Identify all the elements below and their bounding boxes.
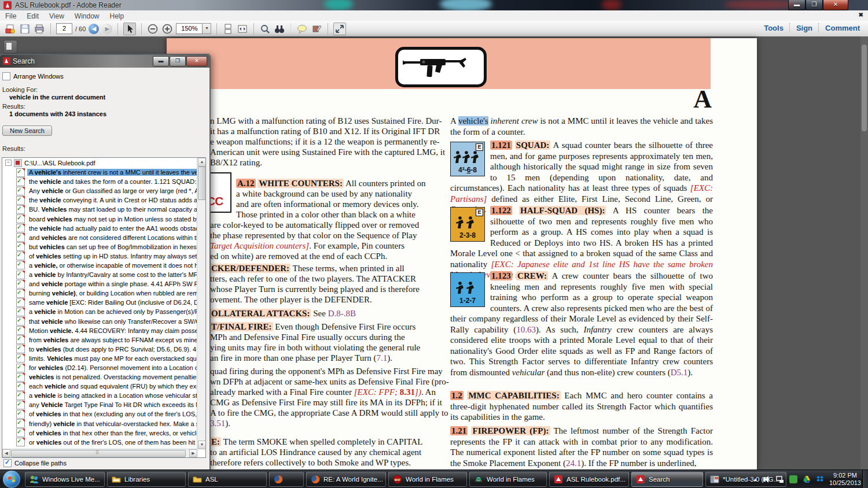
search-result-item[interactable]: board vehicles may not set up in Motion … <box>2 214 197 223</box>
search-result-item[interactable]: Any vehicle or Gun classified as large o… <box>2 186 197 195</box>
start-button[interactable] <box>3 471 20 488</box>
result-page-check-icon <box>16 298 25 307</box>
menu-window[interactable]: Window <box>69 11 105 21</box>
search-result-item[interactable]: vehicles is not penalized. Overstacking … <box>2 372 197 382</box>
menu-view[interactable]: View <box>44 11 69 21</box>
zoom-level-input[interactable]: 150% <box>176 23 203 34</box>
evernote-icon[interactable] <box>789 475 797 483</box>
search-close-button[interactable]: ✕ <box>186 56 207 66</box>
results-file-node[interactable]: − C:\U...\ASL Rulebook.pdf <box>2 158 197 168</box>
search-result-item[interactable]: Motion vehicle. 4.44 RECOVERY: Infantry … <box>2 326 197 335</box>
search-result-item[interactable]: from vehicles are always subject to FFNA… <box>2 335 197 345</box>
tray-expand-icon[interactable]: ▲ <box>753 477 757 482</box>
search-result-item[interactable]: that vehicle who likewise can only Trans… <box>2 317 197 326</box>
print-icon[interactable] <box>34 23 45 35</box>
results-horizontal-scrollbar[interactable]: ◀ ▶ <box>2 449 197 457</box>
search-result-item[interactable]: friendly) vehicle in that vehicular-over… <box>2 419 197 428</box>
results-hscroll-thumb[interactable] <box>11 450 186 457</box>
search-minimize-button[interactable]: ▬ <box>153 56 169 66</box>
search-result-item[interactable]: a vehicle, or otherwise incapable of mov… <box>2 261 197 270</box>
results-vertical-scrollbar[interactable]: ▲ ▼ <box>197 158 205 449</box>
zoom-dropdown-icon[interactable]: ▼ <box>203 23 211 34</box>
taskbar-button-world-in-flames[interactable]: World in Flames <box>469 472 547 487</box>
scroll-up-icon[interactable]: ▲ <box>198 158 206 167</box>
taskbar-button-search[interactable]: Search <box>631 472 703 487</box>
taskbar-button-firefox-icon[interactable] <box>269 472 304 487</box>
new-search-button[interactable]: New Search <box>2 125 52 136</box>
network-icon[interactable] <box>776 475 784 483</box>
page-number-input[interactable]: 2 <box>56 23 72 34</box>
zoom-out-icon[interactable] <box>147 23 159 35</box>
menu-file[interactable]: File <box>0 11 21 21</box>
tools-button[interactable]: Tools <box>764 24 784 32</box>
collapse-expander-icon[interactable]: − <box>5 160 12 166</box>
restore-button[interactable]: ❐ <box>806 0 823 10</box>
menu-help[interactable]: Help <box>105 11 130 21</box>
binoculars-icon[interactable] <box>274 23 285 35</box>
arrange-windows-checkbox[interactable] <box>2 72 10 80</box>
zoom-in-icon[interactable] <box>161 23 173 35</box>
search-result-item[interactable]: and vehicles are not considered differen… <box>2 233 197 242</box>
scroll-right-icon[interactable]: ▶ <box>189 449 197 457</box>
search-result-item[interactable]: a vehicle is being attacked in a Locatio… <box>2 391 197 400</box>
search-result-item[interactable]: but vehicles can set up free of Bog/Immo… <box>2 242 197 252</box>
search-result-item[interactable]: of vehicles in that hex (excluding any o… <box>2 409 197 419</box>
taskbar-button-asl-rulebook-pdf[interactable]: ASL Rulebook.pdf... <box>549 472 629 487</box>
search-result-item[interactable]: each vehicle and squad equivalent (FRU) … <box>2 382 197 391</box>
search-result-item[interactable]: of vehicles setting up in HD status. Inf… <box>2 252 197 261</box>
comment-bubble-icon[interactable] <box>296 23 308 35</box>
fullscreen-icon[interactable] <box>333 23 346 35</box>
scroll-down-icon[interactable]: ▼ <box>198 441 206 449</box>
taskbar-button-libraries[interactable]: Libraries <box>107 472 186 487</box>
search-result-item[interactable]: A vehicle's inherent crew is not a MMC u… <box>2 168 197 177</box>
open-icon[interactable] <box>5 23 16 35</box>
search-result-item[interactable]: the vehicle conveying it. A unit in Cres… <box>2 195 197 205</box>
scroll-left-icon[interactable]: ◀ <box>2 449 10 457</box>
search-result-item[interactable]: for vehicles (D2.14). Personnel movement… <box>2 363 197 372</box>
find-icon[interactable] <box>259 23 271 35</box>
minimize-button[interactable]: ▬ <box>788 0 806 10</box>
fit-width-icon[interactable] <box>237 23 248 35</box>
collapse-file-paths-checkbox[interactable] <box>3 459 12 467</box>
search-result-item[interactable]: to vehicles (but does apply to PRC Survi… <box>2 345 197 354</box>
search-window-titlebar[interactable]: Search ▬ ❐ ✕ <box>0 55 209 68</box>
taskbar-button-asl[interactable]: ASL <box>188 472 267 487</box>
document-paragraph: 1-2-71.123 CREW: A crew counter bears th… <box>450 271 713 378</box>
close-button[interactable]: ✕ <box>823 0 848 10</box>
search-result-item[interactable]: same vehicle [EXC: Rider Bailing Out (in… <box>2 298 197 307</box>
results-vscroll-thumb[interactable] <box>198 167 206 200</box>
gdrive-icon[interactable] <box>803 475 811 483</box>
menu-edit[interactable]: Edit <box>21 11 44 21</box>
select-tool-icon[interactable] <box>123 23 136 35</box>
search-result-item[interactable]: the vehicle had actually paid to enter t… <box>2 224 197 233</box>
comment-button[interactable]: Comment <box>825 24 860 32</box>
taskbar-clock[interactable]: 9:02 PM 10/25/2013 <box>829 472 861 487</box>
elite-badge: E <box>476 209 483 216</box>
search-result-item[interactable]: the vehicle and takes the form of a coun… <box>2 177 197 186</box>
search-result-item[interactable]: burning vehicle), or building Location w… <box>2 289 197 298</box>
save-icon[interactable] <box>19 23 31 35</box>
dropbox-icon[interactable] <box>816 475 824 483</box>
search-result-item[interactable]: a vehicle by Infantry/Cavalry at some co… <box>2 270 197 279</box>
show-desktop-button[interactable] <box>862 470 868 488</box>
taskbar-button-world-in-flames[interactable]: WiFWorld in Flames <box>388 472 467 487</box>
document-scrollbar[interactable] <box>860 36 868 469</box>
toolbar-close-icon[interactable]: ✖ <box>859 12 863 18</box>
pages-panel-icon[interactable] <box>3 40 17 54</box>
search-result-item[interactable]: BU. Vehicles may start loaded up to thei… <box>2 205 197 214</box>
search-result-item[interactable]: limits. Vehicles must pay one MP for eac… <box>2 354 197 363</box>
search-result-item[interactable]: and vehicle portage within a single phas… <box>2 279 197 289</box>
sign-pen-icon[interactable] <box>311 23 322 35</box>
taskbar-button-re-a-world-ignite[interactable]: RE: A World Ignite... <box>306 472 386 487</box>
search-result-item[interactable]: or vehicles out of the firer's LOS, one … <box>2 438 197 447</box>
nav-back-icon[interactable]: ◀ <box>89 24 99 34</box>
scroll-mode-icon[interactable] <box>222 23 234 35</box>
sign-button[interactable]: Sign <box>796 24 812 32</box>
search-result-item[interactable]: any Vehicle Target Type Final To Hit DR … <box>2 400 197 409</box>
search-result-item[interactable]: a vehicle in Motion can be achieved only… <box>2 307 197 316</box>
search-result-item[interactable]: of vehicles in that hex other than the f… <box>2 428 197 438</box>
search-maximize-button[interactable]: ❐ <box>170 56 186 66</box>
nav-forward-icon[interactable]: ▶ <box>102 24 112 34</box>
volume-icon[interactable] <box>763 475 771 483</box>
taskbar-button-windows-live-me[interactable]: Windows Live Me... <box>25 472 105 487</box>
